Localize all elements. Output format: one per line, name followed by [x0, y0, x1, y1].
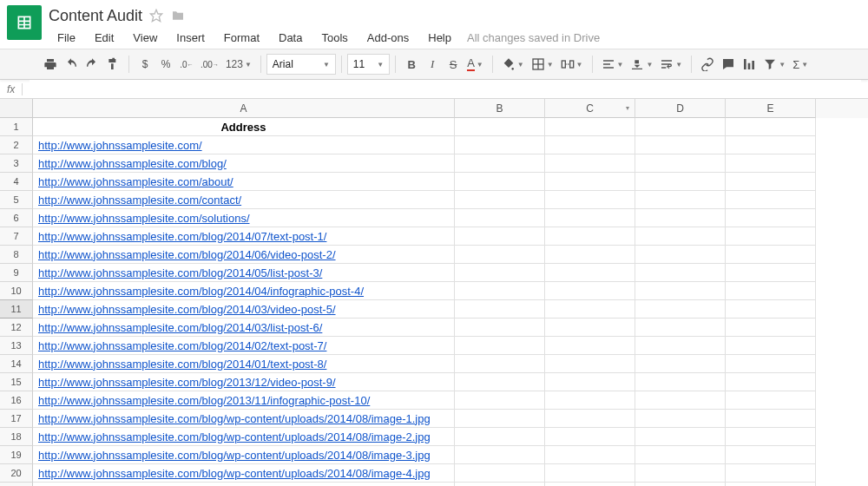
filter-button[interactable]: ▼: [760, 53, 789, 76]
row-header[interactable]: 6: [0, 209, 33, 227]
cell[interactable]: [455, 373, 545, 391]
cell[interactable]: [545, 154, 635, 173]
url-link[interactable]: http://www.johnssamplesite.com/blog/: [38, 157, 227, 170]
cell[interactable]: http://www.johnssamplesite.com/blog/2014…: [33, 300, 455, 319]
cell[interactable]: http://www.johnssamplesite.com/blog/2014…: [33, 246, 455, 264]
cell[interactable]: http://www.johnssamplesite.com/blog/2013…: [33, 391, 455, 410]
cell[interactable]: http://www.johnssamplesite.com/blog/2014…: [33, 337, 455, 355]
cell[interactable]: [545, 410, 635, 428]
cell[interactable]: [545, 446, 635, 464]
redo-button[interactable]: [82, 53, 102, 76]
cell[interactable]: [635, 337, 726, 355]
cell[interactable]: [635, 246, 726, 264]
row-header[interactable]: 8: [0, 246, 33, 264]
row-header[interactable]: 13: [0, 337, 33, 355]
cell[interactable]: [635, 483, 726, 486]
font-size-select[interactable]: 11▼: [347, 54, 390, 75]
url-link[interactable]: http://www.johnssamplesite.com/solutions…: [38, 212, 250, 225]
cell[interactable]: [545, 173, 635, 191]
cell[interactable]: [545, 227, 635, 246]
cell[interactable]: [455, 246, 545, 264]
sheets-logo[interactable]: [7, 5, 42, 40]
url-link[interactable]: http://www.johnssamplesite.com/blog/wp-c…: [38, 412, 431, 425]
cell[interactable]: http://www.johnssamplesite.com/solutions…: [33, 209, 455, 227]
cell[interactable]: [455, 173, 545, 191]
cell[interactable]: [545, 373, 635, 391]
row-header[interactable]: 19: [0, 446, 33, 464]
cell[interactable]: [726, 118, 816, 136]
insert-link-button[interactable]: [697, 53, 718, 76]
borders-button[interactable]: ▼: [528, 53, 557, 76]
url-link[interactable]: http://www.johnssamplesite.com/blog/2014…: [38, 248, 336, 261]
row-header[interactable]: 1: [0, 118, 33, 136]
row-header[interactable]: 17: [0, 410, 33, 428]
cell[interactable]: [726, 319, 816, 337]
decrease-decimal-button[interactable]: .0←: [176, 53, 197, 76]
cell[interactable]: [726, 136, 816, 154]
undo-button[interactable]: [61, 53, 82, 76]
cell[interactable]: [635, 319, 726, 337]
cell[interactable]: [635, 173, 726, 191]
merge-cells-button[interactable]: ▼: [557, 53, 587, 76]
row-header[interactable]: 5: [0, 191, 33, 209]
select-all-corner[interactable]: [0, 99, 33, 118]
cell[interactable]: http://www.johnssamplesite.com/blog/wp-c…: [33, 464, 455, 483]
url-link[interactable]: http://www.johnssamplesite.com/blog/2014…: [38, 230, 326, 243]
cell[interactable]: [455, 209, 545, 227]
cell[interactable]: [545, 118, 635, 136]
number-format-button[interactable]: 123▼: [222, 53, 255, 76]
cell[interactable]: [635, 300, 726, 319]
bold-button[interactable]: B: [401, 53, 422, 76]
row-header[interactable]: 16: [0, 391, 33, 410]
insert-chart-button[interactable]: [739, 53, 760, 76]
cell[interactable]: http://www.johnssamplesite.com/about/: [33, 173, 455, 191]
cell[interactable]: [726, 191, 816, 209]
cell[interactable]: [635, 191, 726, 209]
insert-comment-button[interactable]: [718, 53, 739, 76]
cell[interactable]: Address: [33, 118, 455, 136]
cell[interactable]: [455, 319, 545, 337]
cell[interactable]: [545, 300, 635, 319]
folder-icon[interactable]: [170, 9, 186, 23]
row-header[interactable]: 15: [0, 373, 33, 391]
cell[interactable]: [545, 319, 635, 337]
star-icon[interactable]: [149, 9, 163, 23]
text-wrap-button[interactable]: ▼: [656, 53, 686, 76]
cell[interactable]: [726, 282, 816, 300]
row-header[interactable]: 18: [0, 428, 33, 446]
cell[interactable]: [455, 118, 545, 136]
cell[interactable]: [726, 410, 816, 428]
menu-add-ons[interactable]: Add-ons: [358, 30, 418, 46]
cell[interactable]: [635, 428, 726, 446]
cell[interactable]: [545, 337, 635, 355]
cell[interactable]: [455, 483, 545, 486]
url-link[interactable]: http://www.johnssamplesite.com/contact/: [38, 194, 241, 207]
cell[interactable]: [635, 373, 726, 391]
cell[interactable]: http://www.johnssamplesite.com/blog/wp-c…: [33, 428, 455, 446]
menu-file[interactable]: File: [49, 30, 84, 46]
align-vertical-button[interactable]: ▼: [627, 53, 656, 76]
url-link[interactable]: http://www.johnssamplesite.com/blog/2014…: [38, 285, 364, 298]
cell[interactable]: [635, 355, 726, 373]
cell[interactable]: [726, 300, 816, 319]
formula-input[interactable]: [30, 80, 861, 98]
font-select[interactable]: Arial▼: [266, 54, 336, 75]
cell[interactable]: http://www.johnssamplesite.com/blog/2014…: [33, 282, 455, 300]
increase-decimal-button[interactable]: .00→: [197, 53, 222, 76]
menu-format[interactable]: Format: [215, 30, 268, 46]
url-link[interactable]: http://www.johnssamplesite.com/blog/2014…: [38, 358, 326, 371]
cell[interactable]: [455, 227, 545, 246]
filter-dropdown-icon[interactable]: ▾: [626, 104, 629, 112]
paint-format-button[interactable]: [102, 53, 123, 76]
functions-button[interactable]: Σ▼: [789, 53, 812, 76]
cell[interactable]: [455, 282, 545, 300]
cell[interactable]: [635, 227, 726, 246]
cell[interactable]: [726, 373, 816, 391]
fill-color-button[interactable]: ▼: [498, 53, 528, 76]
cell[interactable]: [455, 154, 545, 173]
row-header[interactable]: 2: [0, 136, 33, 154]
url-link[interactable]: http://www.johnssamplesite.com/blog/wp-c…: [38, 430, 431, 443]
cell[interactable]: http://www.johnssamplesite.com/blog/wp-c…: [33, 483, 455, 486]
cell[interactable]: [726, 446, 816, 464]
cell[interactable]: [455, 428, 545, 446]
